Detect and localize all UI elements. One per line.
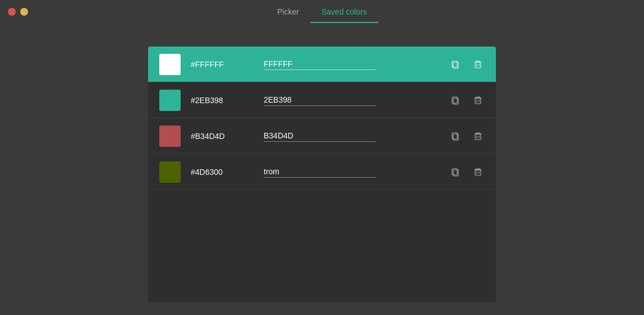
color-swatch[interactable] — [159, 161, 181, 183]
copy-button[interactable] — [449, 165, 462, 179]
copy-icon — [451, 168, 460, 177]
svg-rect-7 — [475, 98, 481, 104]
color-name-input[interactable] — [264, 130, 376, 142]
empty-area — [148, 190, 496, 302]
color-name-input[interactable] — [264, 166, 376, 178]
titlebar: Picker Saved colors — [0, 0, 644, 23]
color-row: #2EB398 — [148, 82, 496, 118]
color-hex-label: #B34D4D — [191, 132, 264, 141]
copy-button[interactable] — [449, 94, 462, 107]
copy-button[interactable] — [449, 58, 462, 71]
main-content: #FFFFFF — [0, 23, 644, 302]
color-swatch[interactable] — [159, 54, 181, 75]
color-row: #4D6300 — [148, 154, 496, 190]
svg-rect-12 — [475, 134, 481, 140]
trash-icon — [473, 168, 482, 177]
row-actions — [449, 165, 485, 179]
copy-icon — [451, 96, 460, 105]
trash-icon — [473, 96, 482, 105]
color-hex-label: #2EB398 — [191, 96, 264, 105]
minimize-button[interactable] — [20, 8, 28, 16]
delete-button[interactable] — [471, 58, 485, 71]
tab-picker[interactable]: Picker — [266, 0, 310, 23]
trash-icon — [473, 132, 482, 141]
svg-rect-17 — [475, 170, 481, 175]
delete-button[interactable] — [471, 165, 485, 179]
color-row: #FFFFFF — [148, 47, 496, 82]
color-swatch[interactable] — [159, 90, 181, 111]
copy-button[interactable] — [449, 129, 462, 143]
row-actions — [449, 58, 485, 71]
delete-button[interactable] — [471, 129, 485, 143]
color-hex-label: #FFFFFF — [191, 60, 264, 69]
svg-rect-2 — [475, 62, 481, 68]
row-actions — [449, 129, 485, 143]
trash-icon — [473, 60, 482, 69]
row-actions — [449, 94, 485, 107]
copy-icon — [451, 132, 460, 141]
color-swatch[interactable] — [159, 126, 181, 147]
delete-button[interactable] — [471, 94, 485, 107]
color-row: #B34D4D — [148, 118, 496, 154]
color-hex-label: #4D6300 — [191, 168, 264, 177]
color-name-input[interactable] — [264, 94, 376, 106]
color-name-input[interactable] — [264, 58, 376, 70]
tab-saved-colors[interactable]: Saved colors — [310, 0, 378, 23]
tab-bar: Picker Saved colors — [266, 0, 378, 23]
colors-panel: #FFFFFF — [148, 47, 496, 302]
close-button[interactable] — [8, 8, 16, 16]
copy-icon — [451, 60, 460, 69]
window-controls — [0, 8, 28, 16]
